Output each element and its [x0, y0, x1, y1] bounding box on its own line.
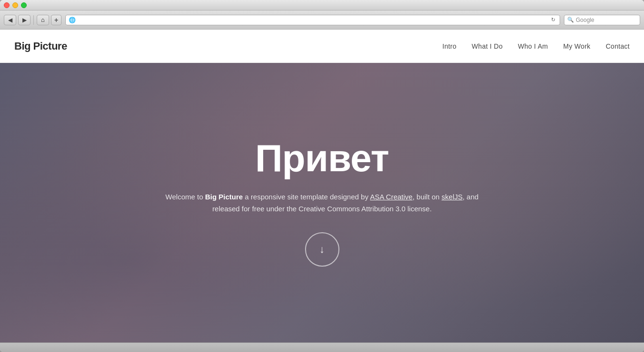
- scroll-down-icon: ↓: [319, 243, 325, 256]
- hero-link-asa[interactable]: ASA Creative: [370, 193, 412, 201]
- hero-desc-middle: a responsive site template designed by: [243, 193, 370, 201]
- search-placeholder-label: Google: [576, 17, 594, 23]
- site-header: Big Picture Intro What I Do Who I Am My …: [0, 30, 644, 63]
- browser-content: Big Picture Intro What I Do Who I Am My …: [0, 30, 644, 342]
- refresh-button[interactable]: ↻: [549, 16, 557, 24]
- minimize-button[interactable]: [12, 2, 18, 8]
- hero-brand-name: Big Picture: [205, 193, 243, 201]
- site-logo: Big Picture: [14, 40, 67, 52]
- hero-desc-prefix: Welcome to: [165, 193, 205, 201]
- home-icon: ⌂: [41, 16, 45, 23]
- hero-description: Welcome to Big Picture a responsive site…: [155, 191, 489, 215]
- toolbar-separator: [33, 15, 34, 25]
- nav-what-i-do[interactable]: What I Do: [472, 42, 503, 50]
- forward-icon: ▶: [22, 17, 27, 23]
- search-icon: 🔍: [567, 17, 574, 23]
- hero-section: Привет Welcome to Big Picture a responsi…: [0, 63, 644, 342]
- hero-content: Привет Welcome to Big Picture a responsi…: [155, 139, 489, 267]
- hero-title: Привет: [255, 139, 388, 177]
- url-bar[interactable]: 🌐 ↻: [65, 15, 560, 25]
- back-button[interactable]: ◀: [4, 15, 16, 25]
- refresh-icon: ↻: [551, 17, 555, 23]
- window-bottom-bar: [0, 342, 644, 352]
- nav-intro[interactable]: Intro: [442, 42, 457, 50]
- nav-contact[interactable]: Contact: [606, 42, 630, 50]
- new-tab-button[interactable]: +: [51, 15, 61, 25]
- title-bar: [0, 0, 644, 10]
- forward-button[interactable]: ▶: [18, 15, 31, 25]
- maximize-button[interactable]: [21, 2, 27, 8]
- url-input[interactable]: [78, 17, 547, 23]
- back-icon: ◀: [8, 17, 12, 23]
- nav-who-i-am[interactable]: Who I Am: [518, 42, 548, 50]
- site-nav: Intro What I Do Who I Am My Work Contact: [442, 42, 630, 50]
- nav-my-work[interactable]: My Work: [563, 42, 591, 50]
- url-globe-icon: 🌐: [69, 17, 76, 23]
- search-bar[interactable]: 🔍 Google: [564, 15, 640, 25]
- home-button[interactable]: ⌂: [37, 15, 49, 25]
- close-button[interactable]: [4, 2, 10, 8]
- browser-toolbar: ◀ ▶ ⌂ + 🌐 ↻ 🔍 Google: [0, 10, 644, 30]
- hero-link-skel[interactable]: skelJS: [441, 193, 462, 201]
- new-tab-icon: +: [54, 16, 58, 24]
- hero-desc-middle2: , built on: [412, 193, 441, 201]
- scroll-down-button[interactable]: ↓: [305, 232, 339, 267]
- browser-window: ◀ ▶ ⌂ + 🌐 ↻ 🔍 Google Big Picture: [0, 0, 644, 352]
